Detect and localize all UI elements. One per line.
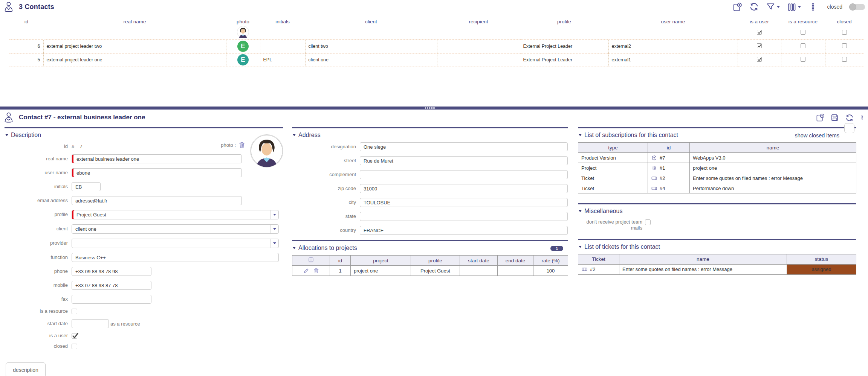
designation-label: designation	[292, 144, 360, 150]
add-allocation-button[interactable]	[308, 257, 314, 263]
subscription-type-cell: Project	[578, 163, 648, 173]
provider-select[interactable]	[72, 239, 279, 248]
provider-label: provider	[5, 241, 72, 246]
allocations-section-title[interactable]: Allocations to projects	[292, 241, 568, 255]
closed-checkbox[interactable]	[72, 344, 77, 349]
email-row: email address	[5, 196, 283, 205]
column-header-recipient[interactable]: recipient	[437, 17, 520, 26]
city-row: city	[292, 198, 568, 207]
subscription-row[interactable]: Product Version #7 WebApps V3.0	[578, 153, 856, 163]
start-date-label: start date	[5, 321, 72, 327]
mobile-field[interactable]	[72, 281, 151, 290]
column-header-client[interactable]: client	[305, 17, 437, 26]
city-field[interactable]	[360, 198, 568, 207]
chevron-down-icon[interactable]	[270, 210, 278, 219]
add-button[interactable]	[816, 113, 824, 122]
fax-field[interactable]	[72, 295, 151, 304]
country-field[interactable]	[360, 226, 568, 235]
subscription-row[interactable]: Project #1 project one	[578, 163, 856, 173]
contact-row-6[interactable]: 6 external project leader two E client t…	[9, 40, 863, 53]
cell-id: 6	[9, 40, 43, 53]
edit-allocation-pencil-icon[interactable]	[303, 268, 309, 274]
save-button[interactable]	[830, 113, 839, 122]
is-a-user-checkbox[interactable]	[72, 333, 77, 339]
user-name-field[interactable]	[72, 168, 242, 177]
cell-client: client two	[305, 40, 437, 53]
cell-profile: External Project Leader	[520, 53, 608, 67]
closed-toggle-label: closed	[827, 4, 842, 10]
real-name-field[interactable]	[72, 154, 242, 163]
column-header-photo[interactable]: photo	[226, 17, 260, 26]
delete-photo-trash-icon[interactable]	[238, 141, 246, 149]
refresh-button[interactable]	[845, 113, 854, 122]
function-field[interactable]	[72, 253, 279, 262]
phone-field[interactable]	[72, 267, 151, 276]
zip-code-field[interactable]	[360, 184, 568, 193]
initials-field[interactable]	[72, 182, 101, 191]
ticket-row[interactable]: #2 Enter some quotes on filed names : er…	[578, 264, 856, 274]
tab-description[interactable]: description	[6, 362, 46, 376]
contacts-list-header: 3 Contacts closed	[3, 1, 865, 13]
dont-receive-mails-checkbox[interactable]	[645, 219, 651, 225]
designation-field[interactable]	[360, 142, 568, 151]
miscellaneous-section-title[interactable]: Miscellaneous	[578, 204, 856, 218]
person-avatar	[237, 26, 249, 38]
allocations-section: Allocations to projects 1 id project pro…	[292, 240, 568, 276]
contact-row-7[interactable]: 7 external business leader one EB client…	[9, 26, 863, 40]
mobile-label: mobile	[5, 283, 72, 288]
closed-toggle[interactable]	[849, 4, 865, 10]
cell-photo	[226, 26, 260, 40]
detail-toolbar	[816, 113, 865, 122]
more-menu-button[interactable]	[808, 2, 818, 12]
address-section-title[interactable]: Address	[292, 128, 568, 142]
is-a-resource-row: is a resource	[5, 309, 283, 314]
start-date-field[interactable]	[72, 319, 109, 328]
client-select[interactable]: client one	[72, 224, 279, 234]
street-field[interactable]	[360, 156, 568, 165]
add-contact-button[interactable]	[732, 2, 742, 12]
column-header-is-a-user[interactable]: is a user	[738, 17, 781, 26]
refresh-list-button[interactable]	[749, 2, 759, 12]
is-a-resource-checkbox[interactable]	[72, 309, 77, 314]
more-menu-button[interactable]	[860, 113, 865, 122]
column-header-type: type	[578, 143, 648, 153]
columns-button[interactable]	[787, 2, 801, 12]
cell-recipient	[437, 40, 520, 53]
profile-row: profile Project Guest	[5, 210, 283, 219]
chevron-down-icon[interactable]	[270, 225, 278, 233]
drag-handle[interactable]	[425, 107, 435, 109]
complement-field[interactable]	[360, 170, 568, 179]
id-label: id	[5, 144, 72, 149]
client-row: client client one	[5, 224, 283, 234]
show-closed-items-label[interactable]: show closed items	[795, 132, 839, 139]
show-closed-items-checkbox[interactable]	[844, 123, 854, 133]
column-header-is-a-resource[interactable]: is a resource	[781, 17, 825, 26]
add-allocation-header	[292, 256, 330, 266]
column-header-initials[interactable]: initials	[260, 17, 305, 26]
allocation-row[interactable]: 1 project one Project Guest 100	[292, 266, 568, 276]
ticket-icon	[651, 175, 657, 181]
state-field[interactable]	[360, 212, 568, 221]
subscription-row[interactable]: Ticket #2 Enter some quotes on filed nam…	[578, 173, 856, 183]
filter-button[interactable]	[766, 2, 780, 12]
column-header-closed[interactable]: closed	[825, 17, 863, 26]
column-header-id: id	[330, 256, 351, 266]
cell-client: client one	[305, 26, 437, 40]
chevron-down-icon[interactable]	[270, 239, 278, 248]
split-divider[interactable]	[0, 107, 868, 110]
column-header-real-name[interactable]: real name	[43, 17, 226, 26]
tickets-section-title[interactable]: List of tickets for this contact	[578, 240, 856, 254]
column-header-user-name[interactable]: user name	[608, 17, 738, 26]
cell-initials	[260, 40, 305, 53]
delete-allocation-trash-icon[interactable]	[313, 268, 319, 274]
ticket-name-cell: Enter some quotes on filed names : error…	[619, 264, 787, 274]
column-header-id[interactable]: id	[9, 17, 43, 26]
is-a-user-checkbox	[757, 57, 762, 62]
subscription-row[interactable]: Ticket #4 Performance down	[578, 183, 856, 193]
contact-row-5[interactable]: 5 external project leader one E EPL clie…	[9, 53, 863, 67]
profile-select[interactable]: Project Guest	[72, 210, 279, 219]
column-header-profile[interactable]: profile	[520, 17, 608, 26]
as-a-resource-label: as a resource	[110, 321, 140, 327]
email-field[interactable]	[72, 196, 242, 205]
letter-avatar: E	[237, 41, 249, 52]
